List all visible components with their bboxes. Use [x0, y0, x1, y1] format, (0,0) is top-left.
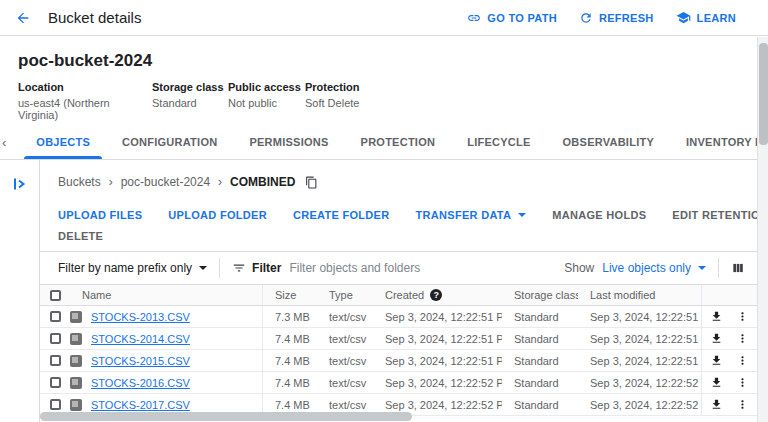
column-header-last-modified: Last modified	[578, 285, 701, 305]
upload-folder-button[interactable]: UPLOAD FOLDER	[168, 209, 267, 221]
bucket-header-section: poc-bucket-2024 Location us-east4 (North…	[0, 36, 768, 125]
bucket-details-page: Bucket details GO TO PATH REFRESH LEARN …	[0, 0, 768, 422]
row-checkbox[interactable]	[50, 333, 61, 344]
copy-icon	[305, 176, 318, 189]
vertical-scrollbar[interactable]	[757, 37, 768, 422]
refresh-icon	[579, 11, 593, 25]
transfer-data-label: TRANSFER DATA	[416, 209, 512, 221]
tab-permissions[interactable]: PERMISSIONS	[233, 125, 344, 159]
filter-label: Filter	[252, 261, 281, 275]
link-icon	[467, 11, 481, 25]
cell-storage-class: Standard	[502, 306, 578, 327]
filter-bar: Filter by name prefix only Filter Show L…	[40, 251, 757, 284]
download-object-button[interactable]	[710, 310, 723, 323]
arrow-back-icon	[15, 10, 31, 26]
show-objects-dropdown[interactable]: Live objects only	[602, 261, 706, 275]
divider	[219, 258, 220, 278]
tabs-scroll-left-chevron-icon[interactable]: ‹	[2, 125, 6, 159]
tabs: OBJECTS CONFIGURATION PERMISSIONS PROTEC…	[20, 125, 768, 159]
refresh-button[interactable]: REFRESH	[571, 7, 662, 29]
row-menu-button[interactable]	[736, 332, 749, 345]
tab-lifecycle[interactable]: LIFECYCLE	[451, 125, 546, 159]
create-folder-button[interactable]: CREATE FOLDER	[293, 209, 390, 221]
row-menu-button[interactable]	[736, 376, 749, 389]
tab-inventory-reports[interactable]: INVENTORY REPORTS	[670, 125, 768, 159]
row-checkbox[interactable]	[50, 311, 61, 322]
vertical-scrollbar-thumb[interactable]	[759, 43, 768, 145]
tab-protection[interactable]: PROTECTION	[345, 125, 452, 159]
toolbar-row-1: UPLOAD FILES UPLOAD FOLDER CREATE FOLDER…	[58, 204, 757, 225]
download-object-button[interactable]	[710, 354, 723, 367]
filter-input[interactable]	[289, 261, 564, 275]
row-menu-button[interactable]	[736, 310, 749, 323]
object-toolbar: UPLOAD FILES UPLOAD FOLDER CREATE FOLDER…	[40, 204, 757, 246]
learn-button[interactable]: LEARN	[668, 6, 744, 29]
breadcrumb-current-folder: COMBINED	[230, 175, 295, 189]
cell-created: Sep 3, 2024, 12:22:51 PM	[373, 306, 502, 327]
meta-public-access-label: Public access	[228, 81, 305, 93]
cell-created: Sep 3, 2024, 12:22:52 PM	[373, 372, 502, 393]
copy-path-button[interactable]	[305, 176, 318, 189]
meta-location: Location us-east4 (Northern Virginia)	[18, 81, 152, 121]
toolbar-row-2: DELETE	[58, 225, 757, 246]
help-icon[interactable]: ?	[430, 289, 442, 301]
row-menu-button[interactable]	[736, 398, 749, 411]
file-icon	[70, 399, 82, 411]
cell-type: text/csv	[317, 350, 373, 371]
more-vert-icon	[736, 332, 749, 345]
cell-type: text/csv	[317, 372, 373, 393]
row-checkbox[interactable]	[50, 377, 61, 388]
download-icon	[710, 376, 723, 389]
download-object-button[interactable]	[710, 332, 723, 345]
tab-objects[interactable]: OBJECTS	[20, 125, 106, 159]
more-vert-icon	[736, 310, 749, 323]
show-objects-value: Live objects only	[602, 261, 691, 275]
bucket-meta-row: Location us-east4 (Northern Virginia) St…	[18, 81, 768, 121]
download-object-button[interactable]	[710, 398, 723, 411]
object-link[interactable]: STOCKS-2013.CSV	[91, 311, 190, 323]
breadcrumb-buckets[interactable]: Buckets	[58, 175, 101, 189]
object-link[interactable]: STOCKS-2015.CSV	[91, 355, 190, 367]
row-checkbox[interactable]	[50, 355, 61, 366]
object-link[interactable]: STOCKS-2016.CSV	[91, 377, 190, 389]
expand-panel-icon	[12, 176, 28, 192]
table-header-row: Name Size Type Created ? Storage class L…	[40, 284, 757, 306]
objects-table: Name Size Type Created ? Storage class L…	[40, 284, 757, 416]
table-row: STOCKS-2015.CSV 7.4 MB text/csv Sep 3, 2…	[40, 350, 757, 372]
cell-last-modified: Sep 3, 2024, 12:22:52 PM	[578, 394, 701, 415]
filter-scope-dropdown[interactable]: Filter by name prefix only	[58, 261, 207, 275]
tab-configuration[interactable]: CONFIGURATION	[106, 125, 233, 159]
go-to-path-button[interactable]: GO TO PATH	[459, 7, 565, 29]
file-icon	[70, 333, 82, 345]
download-object-button[interactable]	[710, 376, 723, 389]
column-header-storage-class: Storage class	[502, 285, 578, 305]
manage-holds-button[interactable]: MANAGE HOLDS	[552, 209, 646, 221]
expand-panel-button[interactable]	[10, 174, 30, 194]
horizontal-scrollbar-thumb[interactable]	[40, 412, 412, 421]
row-menu-button[interactable]	[736, 354, 749, 367]
select-all-checkbox[interactable]	[50, 290, 61, 301]
cell-last-modified: Sep 3, 2024, 12:22:51 PM	[578, 306, 701, 327]
cell-storage-class: Standard	[502, 328, 578, 349]
caret-down-icon	[698, 266, 706, 270]
column-display-options-button[interactable]	[731, 261, 745, 275]
filter-scope-label: Filter by name prefix only	[58, 261, 192, 275]
object-link[interactable]: STOCKS-2014.CSV	[91, 333, 190, 345]
objects-panel: Buckets › poc-bucket-2024 › COMBINED UPL…	[40, 160, 757, 422]
meta-protection-label: Protection	[305, 81, 359, 93]
column-header-size: Size	[263, 285, 317, 305]
tab-observability[interactable]: OBSERVABILITY	[547, 125, 670, 159]
more-vert-icon	[736, 376, 749, 389]
column-header-name: Name	[82, 289, 111, 301]
row-checkbox[interactable]	[50, 399, 61, 410]
delete-button[interactable]: DELETE	[58, 230, 103, 242]
column-header-type: Type	[317, 285, 373, 305]
breadcrumb-bucket[interactable]: poc-bucket-2024	[121, 175, 210, 189]
upload-files-button[interactable]: UPLOAD FILES	[58, 209, 142, 221]
edit-retention-button[interactable]: EDIT RETENTION	[672, 209, 768, 221]
object-link[interactable]: STOCKS-2017.CSV	[91, 399, 190, 411]
transfer-data-button[interactable]: TRANSFER DATA	[416, 209, 527, 221]
back-button[interactable]	[10, 5, 36, 31]
cell-size: 7.4 MB	[263, 372, 317, 393]
bucket-name: poc-bucket-2024	[18, 51, 768, 71]
